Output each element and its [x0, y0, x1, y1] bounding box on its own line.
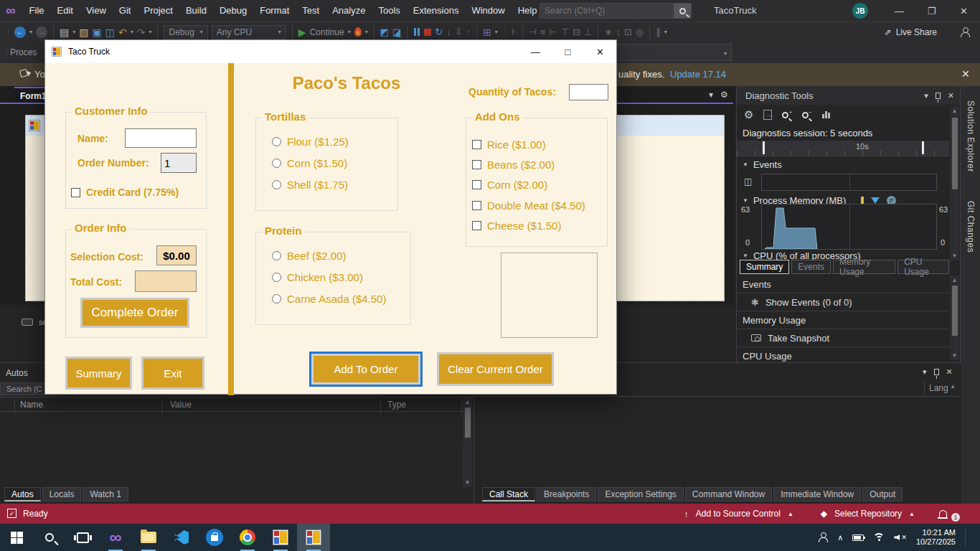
app-close-button[interactable]: ✕ — [584, 40, 616, 63]
tab-call-stack[interactable]: Call Stack — [482, 487, 535, 501]
info-bar-close-icon[interactable]: ✕ — [961, 68, 970, 80]
menu-analyze[interactable]: Analyze — [326, 0, 372, 22]
close-panel-icon[interactable]: ✕ — [946, 367, 953, 377]
app-minimize-button[interactable]: — — [519, 40, 552, 63]
new-item-icon[interactable]: ▤ — [60, 27, 69, 37]
taskbar-winforms-app-1[interactable] — [264, 524, 297, 551]
order-number-input[interactable] — [161, 153, 197, 173]
menu-view[interactable]: View — [80, 0, 113, 22]
align-rights-icon[interactable]: ⊢ — [550, 27, 557, 37]
column-value[interactable]: Value — [170, 400, 192, 410]
redo-icon[interactable]: ↷ — [137, 27, 146, 37]
align-centers-icon[interactable]: ≡ — [540, 27, 546, 37]
summary-scrollbar[interactable]: ▲ ▼ — [950, 276, 959, 360]
total-cost-field[interactable] — [135, 270, 197, 292]
addon-option-double-meat[interactable]: Double Meat ($4.50) — [472, 199, 585, 212]
tab-command-window[interactable]: Command Window — [685, 487, 772, 501]
toolbar-grip[interactable]: ⋮ — [4, 27, 11, 37]
hot-reload-dropdown[interactable]: ▾ — [365, 29, 368, 35]
pin-icon[interactable] — [934, 369, 939, 375]
column-type[interactable]: Type — [387, 400, 406, 410]
navigate-back-icon[interactable]: ← — [14, 27, 26, 38]
configuration-dropdown[interactable]: Debug▾ — [164, 25, 207, 39]
menu-file[interactable]: File — [23, 0, 51, 22]
addon-option-beans[interactable]: Beans ($2.00) — [472, 159, 555, 171]
summary-button[interactable]: Summary — [65, 357, 132, 390]
repository-caret-icon[interactable]: ▲ — [909, 511, 915, 517]
platform-dropdown[interactable]: Any CPU▾ — [212, 25, 286, 39]
quantity-input[interactable] — [569, 84, 608, 100]
open-folder-icon[interactable]: ▨ — [79, 27, 88, 37]
hot-reload-icon[interactable] — [354, 27, 362, 37]
align-tops-icon[interactable]: ⊤ — [561, 27, 569, 37]
add-to-source-control-button[interactable]: Add to Source Control — [696, 509, 781, 519]
callstack-scroll-up-icon[interactable]: ▲ — [950, 383, 956, 390]
snap-lines-dropdown[interactable]: ▾ — [495, 29, 498, 35]
continue-label[interactable]: Continue — [310, 27, 344, 37]
taskbar-search-button[interactable] — [33, 524, 66, 551]
protein-option-chicken[interactable]: Chicken ($3.00) — [272, 271, 363, 283]
expander-icon[interactable]: ▼ — [743, 197, 748, 204]
new-item-dropdown[interactable]: ▾ — [72, 29, 75, 35]
redo-dropdown[interactable]: ▾ — [149, 29, 151, 35]
checkbox-beans[interactable] — [472, 160, 481, 169]
tab-breakpoints[interactable]: Breakpoints — [537, 487, 596, 501]
events-section-header[interactable]: ▼ Events — [737, 159, 949, 170]
menu-project[interactable]: Project — [137, 0, 179, 22]
checkbox-cheese[interactable] — [472, 221, 481, 230]
menu-tools[interactable]: Tools — [372, 0, 406, 22]
navigate-forward-icon[interactable]: → — [36, 27, 47, 38]
taskbar-winforms-app-2[interactable] — [297, 524, 330, 551]
addon-option-corn[interactable]: Corn ($2.00) — [472, 179, 547, 191]
undo-dropdown[interactable]: ▾ — [131, 29, 133, 35]
radio-chicken[interactable] — [272, 273, 281, 282]
zoom-out-icon[interactable]: − — [802, 108, 812, 121]
menu-edit[interactable]: Edit — [51, 0, 80, 22]
sidebar-tab-solution-explorer[interactable]: Solution Explorer — [966, 100, 976, 172]
pin-icon[interactable] — [936, 93, 941, 99]
tab-locals[interactable]: Locals — [42, 487, 82, 501]
menu-debug[interactable]: Debug — [213, 0, 253, 22]
tab-memory-usage[interactable]: Memory Usage — [833, 260, 895, 274]
column-name[interactable]: Name — [20, 400, 43, 410]
selection-cost-field[interactable] — [156, 245, 197, 265]
menu-help[interactable]: Help — [512, 0, 544, 22]
menu-window[interactable]: Window — [465, 0, 511, 22]
menu-build[interactable]: Build — [179, 0, 213, 22]
radio-corn[interactable] — [272, 159, 281, 168]
toolbar-overflow[interactable]: ▾ — [664, 29, 667, 35]
vs-minimize-button[interactable]: — — [883, 0, 915, 22]
volume-muted-icon[interactable]: ✕ — [894, 534, 907, 541]
continue-dropdown[interactable]: ▾ — [348, 29, 351, 35]
menu-format[interactable]: Format — [253, 0, 296, 22]
add-to-order-button[interactable]: Add To Order — [309, 352, 423, 387]
autos-scrollbar[interactable]: ▲ ▼ — [463, 397, 472, 487]
tortilla-option-corn[interactable]: Corn ($1.50) — [272, 157, 347, 169]
radio-beef[interactable] — [272, 251, 281, 260]
credit-card-checkbox[interactable] — [71, 188, 80, 197]
undo-icon[interactable]: ↶ — [118, 27, 127, 37]
taskbar-store[interactable] — [198, 524, 231, 551]
protein-option-beef[interactable]: Beef ($2.00) — [272, 250, 347, 262]
source-control-caret-icon[interactable]: ▲ — [788, 511, 793, 517]
live-share-button[interactable]: ⇗ Live Share — [885, 27, 937, 37]
expander-icon[interactable]: ▼ — [743, 161, 748, 168]
take-snapshot-link[interactable]: Take Snapshot — [737, 329, 949, 347]
taskbar-clock[interactable]: 10:21 AM 10/27/2025 — [916, 528, 956, 547]
zoom-designer-icon[interactable]: ◎ — [636, 27, 644, 37]
timeline-marker-start[interactable] — [763, 141, 765, 154]
break-all-icon[interactable] — [413, 26, 420, 39]
taskbar-vscode[interactable] — [165, 524, 198, 551]
tab-events[interactable]: Events — [791, 260, 831, 274]
make-same-height-icon[interactable]: ↕ — [616, 27, 621, 37]
addon-option-rice[interactable]: Rice ($1.00) — [472, 138, 546, 151]
clear-current-order-button[interactable]: Clear Current Order — [437, 352, 554, 386]
wifi-icon[interactable] — [873, 533, 885, 542]
search-icon[interactable] — [674, 4, 691, 18]
menu-git[interactable]: Git — [113, 0, 138, 22]
tab-output[interactable]: Output — [862, 487, 903, 501]
menu-test[interactable]: Test — [296, 0, 326, 22]
tab-watch1[interactable]: Watch 1 — [83, 487, 128, 501]
document-list-dropdown-icon[interactable]: ▾ — [709, 90, 713, 100]
show-events-link[interactable]: ✱ Show Events (0 of 0) — [737, 293, 949, 311]
